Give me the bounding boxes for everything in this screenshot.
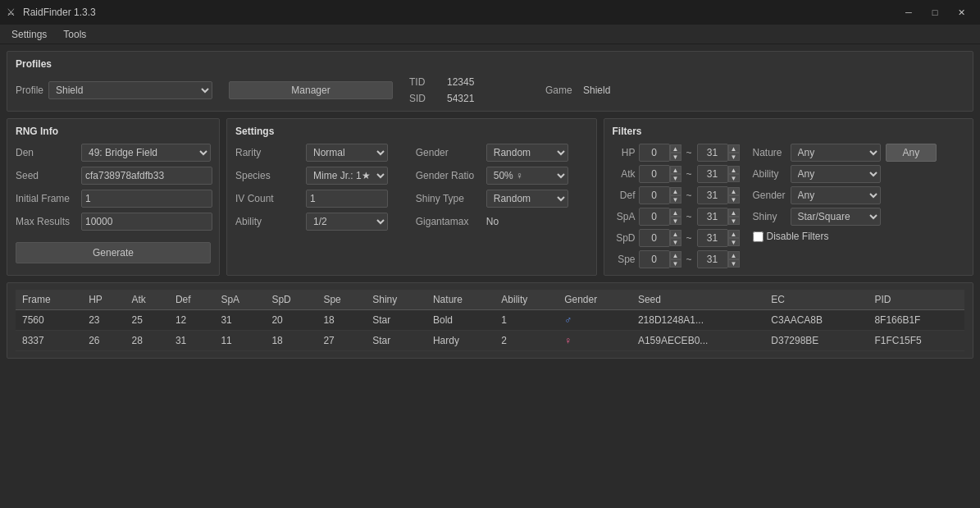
iv-count-input[interactable] [306, 190, 388, 208]
disable-filters-checkbox[interactable] [753, 231, 763, 242]
gender-select[interactable]: Random [486, 144, 568, 162]
filter-min-input[interactable] [639, 229, 670, 247]
filter-max-input[interactable] [697, 208, 728, 226]
settings-menu[interactable]: Settings [3, 27, 55, 42]
filter-max-group: ▲ ▼ [697, 165, 740, 183]
table-header: Frame [16, 290, 82, 310]
gender-ratio-select[interactable]: 50% ♀ [486, 167, 568, 185]
seed-input[interactable] [81, 167, 212, 185]
table-cell: 1 [495, 310, 558, 331]
three-col-row: RNG Info Den 49: Bridge Field Seed Initi… [7, 118, 973, 276]
ability-select[interactable]: 1/2 [306, 213, 388, 231]
species-select[interactable]: Mime Jr.: 1★ [306, 167, 388, 185]
filter-max-input[interactable] [697, 165, 728, 183]
spinner-up[interactable]: ▲ [728, 166, 740, 174]
spinner-up[interactable]: ▲ [670, 166, 681, 174]
table-cell: Star [366, 310, 426, 331]
filter-min-input[interactable] [639, 208, 670, 226]
spinner-down[interactable]: ▼ [670, 238, 681, 246]
filter-min-input[interactable] [639, 250, 670, 268]
spinner-down[interactable]: ▼ [728, 217, 740, 225]
shiny-filter-select[interactable]: Star/Square [791, 208, 881, 226]
nature-filter-row: Nature Any Any [753, 144, 937, 162]
spinner-down[interactable]: ▼ [670, 259, 681, 268]
table-cell: C3AACA8B [764, 310, 868, 331]
tools-menu[interactable]: Tools [55, 27, 94, 42]
generate-button[interactable]: Generate [16, 242, 211, 263]
table-row[interactable]: 8337262831111827StarHardy2♀A159AECEB0...… [16, 331, 964, 351]
spinner-down[interactable]: ▼ [670, 217, 681, 225]
spinner-up[interactable]: ▲ [728, 251, 740, 259]
gender-filter-select[interactable]: Any [791, 186, 881, 204]
spinner-down[interactable]: ▼ [670, 195, 681, 204]
filter-min-input[interactable] [639, 186, 670, 204]
table-cell: 7560 [16, 310, 82, 331]
spinner-up[interactable]: ▲ [670, 208, 681, 217]
table-header: SpD [265, 290, 317, 310]
filter-max-group: ▲ ▼ [697, 186, 740, 204]
filters-title: Filters [613, 126, 965, 137]
filter-stat-label: Spe [613, 254, 636, 265]
nature-filter-select[interactable]: Any [791, 144, 881, 162]
table-header: PID [868, 290, 964, 310]
filters-content: HP ▲ ▼ ~ ▲ ▼ Atk ▲ [613, 144, 965, 268]
table-cell: ♀ [558, 331, 631, 351]
table-cell: 2 [495, 331, 558, 351]
table-cell: A159AECEB0... [631, 331, 764, 351]
spinner-up[interactable]: ▲ [670, 251, 681, 259]
spinner-up[interactable]: ▲ [728, 144, 740, 153]
spinner-up[interactable]: ▲ [670, 144, 681, 153]
profiles-title: Profiles [16, 58, 964, 70]
minimize-button[interactable]: ─ [896, 3, 921, 21]
filter-min-input[interactable] [639, 144, 670, 162]
filter-max-group: ▲ ▼ [697, 144, 740, 162]
table-cell: 18 [265, 331, 317, 351]
filter-max-input[interactable] [697, 250, 728, 268]
table-row[interactable]: 7560232512312018StarBold1♂218D1248A1...C… [16, 310, 964, 331]
filter-stat-row: Def ▲ ▼ ~ ▲ ▼ [613, 186, 740, 204]
max-results-label: Max Results [16, 216, 81, 227]
filter-stat-label: SpD [613, 232, 636, 244]
profiles-content: Profile Shield Manager TID 12345 SID 543… [16, 76, 964, 104]
initial-frame-input[interactable] [81, 190, 212, 208]
results-table: FrameHPAtkDefSpASpDSpeShinyNatureAbility… [16, 290, 964, 351]
spinner-up[interactable]: ▲ [728, 208, 740, 217]
spinner-up[interactable]: ▲ [728, 187, 740, 195]
spinner-up[interactable]: ▲ [670, 187, 681, 195]
max-results-input[interactable] [81, 213, 212, 231]
title-bar-left: ⚔ RaidFinder 1.3.3 [7, 7, 96, 18]
spinner-down[interactable]: ▼ [728, 174, 740, 182]
close-button[interactable]: ✕ [949, 3, 973, 21]
filter-max-input[interactable] [697, 186, 728, 204]
table-cell: F1FC15F5 [868, 331, 964, 351]
profile-select[interactable]: Shield [48, 81, 212, 99]
filter-max-input[interactable] [697, 144, 728, 162]
spinner-up[interactable]: ▲ [728, 230, 740, 238]
spinner-down[interactable]: ▼ [728, 195, 740, 204]
settings-title: Settings [235, 126, 588, 137]
gender-filter-label: Gender [753, 190, 786, 201]
spinner-down[interactable]: ▼ [728, 238, 740, 246]
maximize-button[interactable]: □ [923, 3, 947, 21]
manager-button[interactable]: Manager [229, 81, 393, 99]
filter-min-input[interactable] [639, 165, 670, 183]
species-row: Species Mime Jr.: 1★ [235, 167, 408, 185]
table-header: Ability [495, 290, 558, 310]
den-select[interactable]: 49: Bridge Field [81, 144, 211, 162]
sid-value: 54321 [447, 93, 496, 104]
game-value: Shield [583, 85, 632, 96]
table-cell: 31 [214, 310, 265, 331]
spinner-down[interactable]: ▼ [728, 153, 740, 161]
spinner-down[interactable]: ▼ [728, 259, 740, 268]
gender-row: Gender Random [416, 144, 588, 162]
spinner-down[interactable]: ▼ [670, 153, 681, 161]
shiny-filter-label: Shiny [753, 211, 786, 222]
nature-any-button[interactable]: Any [886, 144, 937, 162]
filter-max-input[interactable] [697, 229, 728, 247]
spinner-down[interactable]: ▼ [670, 174, 681, 182]
shiny-type-select[interactable]: Random [486, 190, 568, 208]
ability-filter-select[interactable]: Any [791, 165, 881, 183]
rarity-select[interactable]: Normal [306, 144, 388, 162]
disable-filters-row: Disable Filters [753, 231, 937, 242]
spinner-up[interactable]: ▲ [670, 230, 681, 238]
